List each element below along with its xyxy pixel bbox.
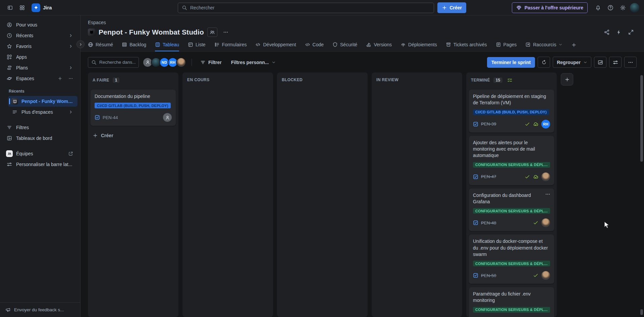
complete-sprint-button[interactable]: Terminer le sprint <box>487 57 535 68</box>
sidebar-item-pour-vous[interactable]: Pour vous <box>3 19 77 30</box>
board-search-input[interactable] <box>99 60 136 65</box>
sidebar-item-personnaliser-la-barre-lat[interactable]: Personnaliser la barre lat... <box>3 159 77 170</box>
automation-button[interactable] <box>616 29 622 35</box>
tab-developpement[interactable]: Développement <box>255 42 296 51</box>
custom-filters-button[interactable]: Filtres personn... <box>228 57 279 68</box>
board-search[interactable] <box>88 57 139 68</box>
card-footer-right <box>525 172 550 181</box>
tab-label: Résumé <box>96 42 113 47</box>
tab-raccourcis[interactable]: Raccourcis <box>525 42 562 51</box>
collaborators-button[interactable] <box>207 28 217 37</box>
fullscreen-button[interactable] <box>628 29 634 35</box>
column-create-button[interactable]: Créer <box>88 128 178 143</box>
sidebar-item-equipes[interactable]: Équipes <box>3 148 77 159</box>
board-card[interactable]: Pipeline de déploiement en staging de Te… <box>469 90 554 133</box>
chevron-right-icon[interactable] <box>67 65 74 70</box>
tab-liste[interactable]: Liste <box>188 42 206 51</box>
add-tab-button[interactable] <box>571 42 577 48</box>
board-card[interactable]: Unification du docker-compose et du .env… <box>469 234 554 284</box>
sidebar-item-plus-d-espaces[interactable]: Plus d'espaces <box>8 107 77 117</box>
search-icon <box>91 60 97 65</box>
card-footer: PEN-39RH <box>473 120 550 128</box>
shield-icon <box>332 42 338 47</box>
tab-code[interactable]: Code <box>305 42 324 51</box>
help-button[interactable] <box>605 2 616 13</box>
notifications-button[interactable] <box>593 2 603 13</box>
toolbar-avatar-photo[interactable] <box>176 57 186 67</box>
sidebar-item-plans[interactable]: Plans <box>3 62 77 73</box>
board-card[interactable]: Configuration du dashboard GrafanaCONFIG… <box>469 189 554 231</box>
app-switcher-button[interactable] <box>17 2 28 13</box>
sidebar-item-penpot-funky-womb[interactable]: Penpot - Funky Womb... <box>8 96 77 107</box>
project-more-button[interactable] <box>221 28 231 37</box>
assignee-avatar[interactable]: RH <box>541 120 550 128</box>
plus-icon[interactable] <box>57 76 63 81</box>
create-button[interactable]: Créer <box>437 2 466 13</box>
checklist-icon <box>507 77 513 83</box>
tab-backlog[interactable]: Backlog <box>122 42 146 51</box>
settings-button[interactable] <box>618 2 628 13</box>
chevron-right-icon[interactable] <box>67 33 74 38</box>
sidebar-item-tableaux-de-bord[interactable]: Tableaux de bord <box>3 133 77 144</box>
board-card[interactable]: Paramétrage du fichier .env monitoringCO… <box>469 287 554 317</box>
sidebar-item-label: Pour vous <box>16 22 37 28</box>
view-settings-button[interactable] <box>609 57 622 68</box>
tab-tableau[interactable]: Tableau <box>155 42 179 51</box>
loop-icon <box>541 60 547 65</box>
filter-button[interactable]: Filtrer <box>197 57 225 68</box>
external-link-icon[interactable] <box>67 151 74 156</box>
global-search[interactable] <box>178 3 434 13</box>
card-title: Configuration du dashboard Grafana <box>473 192 550 205</box>
jira-home-link[interactable]: Jira <box>29 3 55 12</box>
user-avatar[interactable] <box>630 3 639 12</box>
tab-formulaires[interactable]: Formulaires <box>214 42 247 51</box>
assignee-avatar[interactable] <box>541 172 550 181</box>
vertical-scrollbar-end[interactable] <box>640 309 643 315</box>
insights-button[interactable] <box>594 57 606 68</box>
vertical-scrollbar-thumb[interactable] <box>640 75 643 162</box>
sidebar-item-recents[interactable]: Récents <box>3 30 77 41</box>
card-menu-button[interactable] <box>545 192 550 198</box>
group-by-button[interactable]: Regrouper <box>553 57 591 68</box>
board-card[interactable]: Documentation du pipelineCI/CD GITLAB (B… <box>91 90 176 126</box>
tab-label: Sécurité <box>340 42 357 47</box>
global-search-input[interactable] <box>190 5 430 10</box>
share-button[interactable] <box>604 29 610 35</box>
upgrade-button[interactable]: Passer à l'offre supérieure <box>512 2 588 13</box>
chevron-right-icon[interactable] <box>67 44 74 49</box>
tab-resume[interactable]: Résumé <box>88 42 113 51</box>
more-icon[interactable] <box>67 76 74 81</box>
task-icon <box>473 121 478 127</box>
tab-tickets-archives[interactable]: Tickets archivés <box>446 42 487 51</box>
tab-label: Formulaires <box>222 42 247 47</box>
sidebar-item-apps[interactable]: Apps <box>3 52 77 62</box>
column-header: BLOCKED <box>277 72 368 89</box>
feedback-button[interactable]: Envoyer du feedback s... <box>0 302 80 317</box>
sidebar-collapse-button[interactable] <box>76 40 85 48</box>
kanban-board: A FAIRE1Documentation du pipelineCI/CD G… <box>80 72 644 317</box>
breadcrumb[interactable]: Espaces <box>88 20 106 25</box>
board-card[interactable]: Ajouter des alertes pour le monitoring a… <box>469 136 554 185</box>
check-icon <box>525 121 530 127</box>
tab-versions[interactable]: Versions <box>366 42 392 51</box>
column-cards <box>372 89 462 92</box>
tab-pages[interactable]: Pages <box>496 42 517 51</box>
sidebar-toggle-button[interactable] <box>5 2 15 13</box>
complete-sprint-label: Terminer le sprint <box>491 60 531 65</box>
board-more-button[interactable] <box>624 57 637 68</box>
card-title: Unification du docker-compose et du .env… <box>473 238 550 258</box>
assignee-avatar[interactable] <box>541 271 550 280</box>
sprint-cycle-button[interactable] <box>538 57 550 68</box>
tab-securite[interactable]: Sécurité <box>332 42 357 51</box>
sidebar-item-favoris[interactable]: Favoris <box>3 41 77 52</box>
sidebar-item-label: Apps <box>16 54 27 60</box>
header-actions <box>604 29 637 35</box>
tab-deploiements[interactable]: Déploiements <box>400 42 437 51</box>
chevron-right-icon[interactable] <box>67 110 74 114</box>
assignee-avatar[interactable] <box>541 218 550 227</box>
assignee-avatar[interactable] <box>163 113 172 122</box>
add-column-button[interactable] <box>561 73 573 86</box>
sidebar-item-filtres[interactable]: Filtres <box>3 122 77 133</box>
toolbar-divider <box>192 59 192 66</box>
sidebar-item-espaces[interactable]: Espaces <box>3 73 77 84</box>
